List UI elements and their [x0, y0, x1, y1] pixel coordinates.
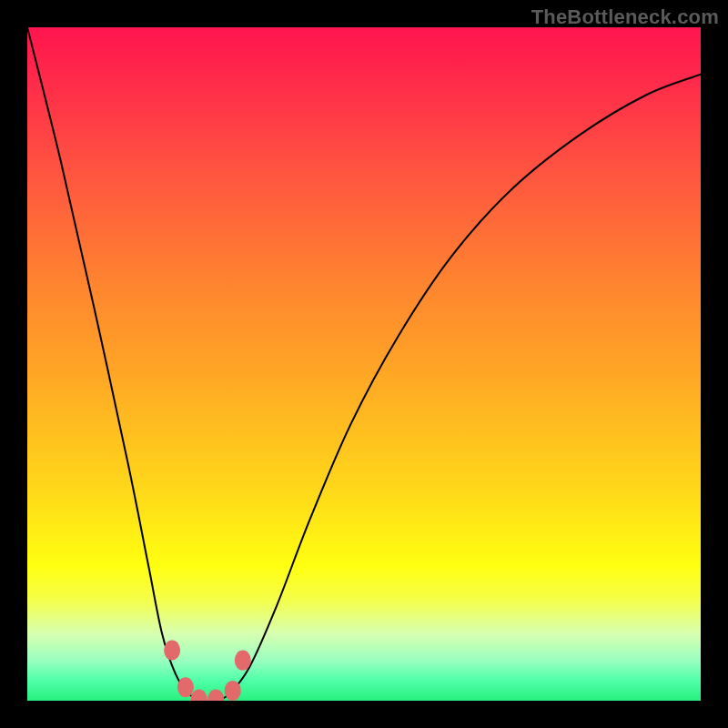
curve-marker [191, 690, 207, 702]
curve-marker [177, 677, 194, 697]
curve-marker [164, 641, 180, 661]
curve-marker [235, 651, 251, 671]
watermark-text: TheBottleneck.com [531, 5, 719, 29]
chart-overlay [27, 27, 701, 701]
curve-marker [225, 681, 241, 701]
curve-marker [207, 690, 224, 702]
bottleneck-curve-line [27, 27, 701, 701]
curve-markers [164, 641, 251, 702]
